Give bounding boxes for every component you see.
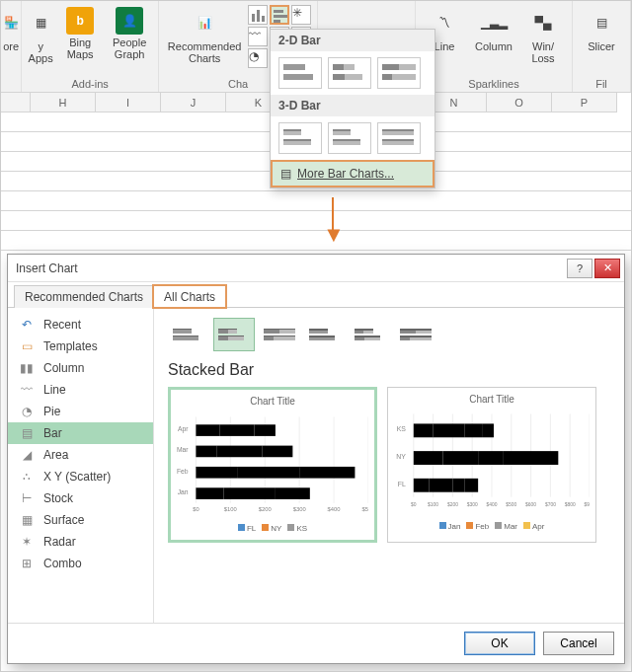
chart-type-column-icon[interactable] bbox=[248, 5, 268, 25]
sidebar-item-line[interactable]: 〰Line bbox=[8, 379, 153, 401]
sidebar-label: Recent bbox=[43, 318, 81, 332]
sidebar-item-pie[interactable]: ◔Pie bbox=[8, 401, 153, 422]
sidebar-item-column[interactable]: ▮▮Column bbox=[8, 357, 153, 379]
svg-text:Jan: Jan bbox=[178, 488, 189, 495]
chart-type-sunburst-icon[interactable]: ✳ bbox=[291, 5, 311, 25]
chart-type-pie-icon[interactable]: ◔ bbox=[248, 48, 268, 68]
charts-group-label: Cha bbox=[228, 76, 248, 90]
store-button[interactable]: 🏪 ore bbox=[1, 5, 22, 54]
svg-text:$300: $300 bbox=[467, 502, 478, 507]
sparkline-winloss-button[interactable]: ▀▄Win/ Loss bbox=[520, 5, 566, 66]
subtype-stacked-bar[interactable] bbox=[213, 318, 255, 351]
cancel-button[interactable]: Cancel bbox=[543, 632, 614, 655]
svg-rect-44 bbox=[414, 451, 443, 465]
subtype-clustered-bar-3d[interactable] bbox=[304, 318, 346, 351]
close-button[interactable]: ✕ bbox=[594, 259, 620, 278]
svg-rect-41 bbox=[464, 423, 482, 437]
svg-rect-50 bbox=[430, 479, 453, 492]
col-header[interactable]: P bbox=[552, 93, 617, 112]
clustered-bar-2d[interactable] bbox=[278, 57, 322, 89]
more-bar-charts[interactable]: ▤ More Bar Charts... bbox=[271, 160, 434, 187]
sparkline-column-button[interactable]: ▁▃▂Column bbox=[471, 5, 516, 66]
chart-preview-2[interactable]: Chart Title KS NY FL $0$100$200$300$400$… bbox=[387, 387, 596, 543]
sidebar-item-bar[interactable]: ▤Bar bbox=[8, 422, 153, 444]
sidebar-item-scatter[interactable]: ∴X Y (Scatter) bbox=[8, 466, 153, 487]
svg-text:$100: $100 bbox=[224, 506, 237, 512]
dialog-titlebar[interactable]: Insert Chart ? ✕ bbox=[8, 255, 624, 282]
sidebar-label: Pie bbox=[43, 405, 60, 418]
stacked-bar-100-3d[interactable] bbox=[377, 122, 421, 154]
dialog-tabs: Recommended Charts All Charts bbox=[8, 282, 624, 308]
subtype-clustered-bar[interactable] bbox=[168, 318, 209, 351]
svg-text:$400: $400 bbox=[328, 506, 341, 512]
rec-charts-label: Recommended Charts bbox=[168, 40, 242, 64]
combo-icon: ⊞ bbox=[18, 557, 36, 570]
recommended-charts-button[interactable]: 📊 Recommended Charts bbox=[165, 5, 244, 70]
templates-icon: ▭ bbox=[18, 339, 36, 353]
col-header[interactable]: O bbox=[487, 93, 552, 112]
radar-icon: ✶ bbox=[18, 535, 36, 549]
bing-maps-label: Bing Maps bbox=[67, 37, 94, 60]
tab-recommended[interactable]: Recommended Charts bbox=[14, 285, 154, 308]
svg-rect-51 bbox=[452, 479, 464, 492]
sidebar-label: Combo bbox=[43, 557, 82, 570]
slicer-button[interactable]: ▤Slicer bbox=[579, 5, 624, 54]
subtype-stacked-100-bar[interactable] bbox=[259, 318, 300, 351]
surface-icon: ▦ bbox=[18, 513, 36, 527]
sidebar-item-combo[interactable]: ⊞Combo bbox=[8, 553, 153, 574]
svg-rect-15 bbox=[196, 467, 237, 479]
ribbon-group-filters: ▤Slicer Fil bbox=[573, 1, 631, 92]
tab-all-charts[interactable]: All Charts bbox=[153, 285, 226, 308]
svg-text:$200: $200 bbox=[259, 506, 272, 512]
column-icon: ▮▮ bbox=[18, 361, 36, 375]
svg-rect-20 bbox=[224, 487, 276, 499]
bar-icon: ▤ bbox=[18, 426, 36, 440]
sidebar-item-surface[interactable]: ▦Surface bbox=[8, 509, 153, 531]
subtype-stacked-bar-3d[interactable] bbox=[350, 318, 391, 351]
chart-type-line-icon[interactable]: 〰 bbox=[248, 27, 268, 46]
sidebar-label: Area bbox=[43, 448, 68, 462]
scatter-icon: ∴ bbox=[18, 470, 36, 484]
my-apps-button[interactable]: ▦ y Apps bbox=[28, 5, 53, 66]
svg-rect-17 bbox=[299, 467, 355, 479]
svg-text:$0: $0 bbox=[193, 506, 198, 512]
apps-icon: ▦ bbox=[28, 7, 53, 38]
col-header[interactable]: H bbox=[31, 93, 96, 112]
chart-subtype-title: Stacked Bar bbox=[168, 361, 610, 379]
bing-maps-button[interactable]: b Bing Maps bbox=[57, 5, 103, 66]
svg-rect-46 bbox=[478, 451, 504, 465]
filters-group-label: Fil bbox=[595, 76, 607, 90]
clustered-bar-3d[interactable] bbox=[278, 122, 322, 154]
chart-preview-1[interactable]: Chart Title Apr Mar Feb Jan $0$100$200$3… bbox=[168, 387, 377, 543]
stacked-bar-3d[interactable] bbox=[328, 122, 371, 154]
ribbon-group-store: 🏪 ore bbox=[1, 1, 22, 92]
preview-chart-title: Chart Title bbox=[394, 394, 590, 405]
sidebar-label: Line bbox=[43, 383, 66, 397]
svg-text:Apr: Apr bbox=[178, 425, 189, 433]
slicer-icon: ▤ bbox=[586, 7, 617, 38]
svg-text:$700: $700 bbox=[545, 502, 556, 507]
svg-text:$800: $800 bbox=[565, 502, 576, 507]
svg-text:$500: $500 bbox=[362, 506, 368, 512]
col-header[interactable]: I bbox=[96, 93, 161, 112]
my-apps-label: y Apps bbox=[29, 40, 53, 64]
bar-chart-icon: ▤ bbox=[280, 167, 291, 181]
subtype-stacked-100-bar-3d[interactable] bbox=[395, 318, 436, 351]
sidebar-item-templates[interactable]: ▭Templates bbox=[8, 336, 153, 357]
sidebar-item-area[interactable]: ◢Area bbox=[8, 444, 153, 466]
stacked-bar-2d[interactable] bbox=[328, 57, 371, 89]
chart-type-bar-icon[interactable] bbox=[270, 5, 289, 25]
help-button[interactable]: ? bbox=[567, 259, 592, 278]
stacked-bar-100-2d[interactable] bbox=[377, 57, 421, 89]
col-header[interactable]: J bbox=[161, 93, 226, 112]
ok-button[interactable]: OK bbox=[464, 632, 535, 655]
svg-text:$500: $500 bbox=[506, 502, 516, 507]
svg-text:KS: KS bbox=[397, 425, 407, 432]
pie-icon: ◔ bbox=[18, 405, 36, 418]
sidebar-item-stock[interactable]: ⊢Stock bbox=[8, 487, 153, 509]
svg-rect-49 bbox=[414, 479, 430, 492]
people-graph-button[interactable]: 👤 People Graph bbox=[107, 5, 152, 66]
svg-rect-7 bbox=[196, 424, 219, 436]
sidebar-item-recent[interactable]: ↶Recent bbox=[8, 314, 153, 336]
sidebar-item-radar[interactable]: ✶Radar bbox=[8, 531, 153, 553]
